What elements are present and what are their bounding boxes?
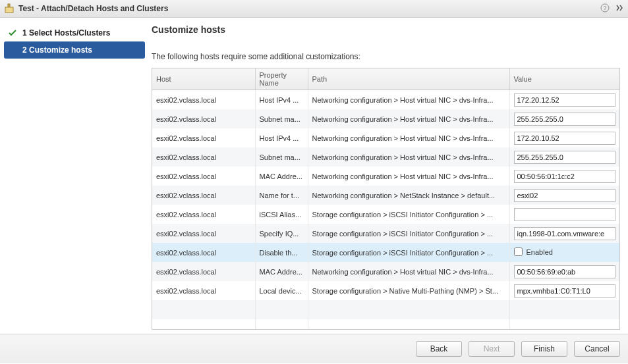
cell-path: Storage configuration > Native Multi-Pat… — [308, 281, 509, 300]
main-panel: Customize hosts The following hosts requ… — [145, 18, 628, 334]
window-title: Test - Attach/Detach Hosts and Clusters — [18, 4, 596, 13]
cell-property: Specify IQ... — [255, 224, 308, 243]
cell-property: Local devic... — [255, 281, 308, 300]
cell-host: esxi02.vclass.local — [152, 224, 255, 243]
help-icon[interactable]: ? — [600, 3, 610, 14]
cell-property: Host IPv4 ... — [255, 90, 308, 110]
cell-value: Enabled — [509, 243, 619, 262]
titlebar: Test - Attach/Detach Hosts and Clusters … — [0, 0, 628, 18]
value-input[interactable] — [514, 227, 616, 240]
cell-path: Networking configuration > Host virtual … — [308, 128, 509, 147]
page-heading: Customize hosts — [152, 24, 620, 35]
cell-value — [509, 262, 619, 281]
cell-property: MAC Addre... — [255, 167, 308, 186]
back-button[interactable]: Back — [416, 341, 462, 357]
value-input[interactable] — [514, 132, 616, 145]
value-input[interactable] — [514, 93, 616, 107]
table-row[interactable]: esxi02.vclass.localHost IPv4 ...Networki… — [152, 128, 619, 147]
value-input[interactable] — [514, 113, 616, 126]
table-row[interactable]: esxi02.vclass.localMAC Addre...Networkin… — [152, 262, 619, 281]
cell-value — [509, 205, 619, 224]
table-row[interactable]: esxi02.vclass.localHost IPv4 ...Networki… — [152, 90, 619, 110]
cell-host: esxi02.vclass.local — [152, 262, 255, 281]
nav-step-label: 2 Customize hosts — [22, 45, 92, 55]
cell-property: MAC Addre... — [255, 262, 308, 281]
cell-host: esxi02.vclass.local — [152, 90, 255, 110]
table-row-empty — [152, 319, 619, 330]
col-header-path[interactable]: Path — [308, 68, 509, 90]
cell-host: esxi02.vclass.local — [152, 147, 255, 167]
cell-path: Networking configuration > NetStack Inst… — [308, 186, 509, 205]
next-button: Next — [469, 341, 515, 357]
svg-rect-0 — [8, 4, 10, 7]
col-header-property[interactable]: Property Name — [255, 68, 308, 90]
value-input[interactable] — [514, 189, 616, 202]
content: 1 Select Hosts/Clusters 2 Customize host… — [0, 18, 628, 334]
cell-host: esxi02.vclass.local — [152, 281, 255, 300]
value-input[interactable] — [514, 284, 616, 298]
svg-rect-1 — [5, 7, 13, 13]
cell-value — [509, 90, 619, 110]
cell-host: esxi02.vclass.local — [152, 205, 255, 224]
value-checkbox-label[interactable]: Enabled — [514, 247, 553, 256]
finish-button[interactable]: Finish — [521, 341, 567, 357]
cell-value — [509, 224, 619, 243]
cell-path: Storage configuration > iSCSI Initiator … — [308, 243, 509, 262]
cell-value — [509, 128, 619, 147]
cell-value — [509, 186, 619, 205]
check-icon — [8, 29, 17, 37]
profile-icon — [4, 3, 14, 14]
cell-property: Subnet ma... — [255, 147, 308, 167]
cell-property: Name for t... — [255, 186, 308, 205]
nav-step-select-hosts[interactable]: 1 Select Hosts/Clusters — [4, 24, 145, 41]
cell-value — [509, 167, 619, 186]
table-row[interactable]: esxi02.vclass.localName for t...Networki… — [152, 186, 619, 205]
value-checkbox[interactable] — [514, 247, 523, 256]
table-row-empty — [152, 300, 619, 319]
hosts-table-wrap: Host Property Name Path Value esxi02.vcl… — [152, 68, 620, 330]
cell-path: Networking configuration > Host virtual … — [308, 109, 509, 128]
cell-value — [509, 109, 619, 128]
cell-path: Storage configuration > iSCSI Initiator … — [308, 224, 509, 243]
cell-value — [509, 281, 619, 300]
nav-step-label: 1 Select Hosts/Clusters — [22, 28, 110, 38]
cell-path: Storage configuration > iSCSI Initiator … — [308, 205, 509, 224]
col-header-host[interactable]: Host — [152, 68, 255, 90]
cancel-button[interactable]: Cancel — [574, 341, 620, 357]
col-header-value[interactable]: Value — [509, 68, 619, 90]
page-subtitle: The following hosts require some additio… — [152, 52, 620, 61]
table-row[interactable]: esxi02.vclass.localSubnet ma...Networkin… — [152, 109, 619, 128]
value-input[interactable] — [514, 170, 616, 183]
table-row[interactable]: esxi02.vclass.localDisable th...Storage … — [152, 243, 619, 262]
table-row[interactable]: esxi02.vclass.localLocal devic...Storage… — [152, 281, 619, 300]
cell-value — [509, 147, 619, 167]
cell-path: Networking configuration > Host virtual … — [308, 147, 509, 167]
cell-property: iSCSI Alias... — [255, 205, 308, 224]
cell-path: Networking configuration > Host virtual … — [308, 167, 509, 186]
value-checkbox-text: Enabled — [527, 248, 553, 256]
cell-path: Networking configuration > Host virtual … — [308, 90, 509, 110]
svg-text:?: ? — [603, 5, 606, 11]
cell-host: esxi02.vclass.local — [152, 109, 255, 128]
wizard-nav: 1 Select Hosts/Clusters 2 Customize host… — [0, 18, 145, 334]
nav-step-customize-hosts[interactable]: 2 Customize hosts — [4, 41, 145, 59]
cell-property: Subnet ma... — [255, 109, 308, 128]
value-input[interactable] — [514, 151, 616, 164]
table-row[interactable]: esxi02.vclass.localSubnet ma...Networkin… — [152, 147, 619, 167]
cell-path: Networking configuration > Host virtual … — [308, 262, 509, 281]
cell-host: esxi02.vclass.local — [152, 128, 255, 147]
value-input[interactable] — [514, 208, 616, 221]
table-row[interactable]: esxi02.vclass.localMAC Addre...Networkin… — [152, 167, 619, 186]
cell-host: esxi02.vclass.local — [152, 186, 255, 205]
table-row[interactable]: esxi02.vclass.localiSCSI Alias...Storage… — [152, 205, 619, 224]
footer: Back Next Finish Cancel — [0, 334, 628, 363]
cell-host: esxi02.vclass.local — [152, 167, 255, 186]
expand-icon[interactable] — [615, 3, 624, 14]
cell-property: Disable th... — [255, 243, 308, 262]
cell-host: esxi02.vclass.local — [152, 243, 255, 262]
hosts-table: Host Property Name Path Value esxi02.vcl… — [152, 68, 619, 330]
table-row[interactable]: esxi02.vclass.localSpecify IQ...Storage … — [152, 224, 619, 243]
value-input[interactable] — [514, 265, 616, 278]
cell-property: Host IPv4 ... — [255, 128, 308, 147]
